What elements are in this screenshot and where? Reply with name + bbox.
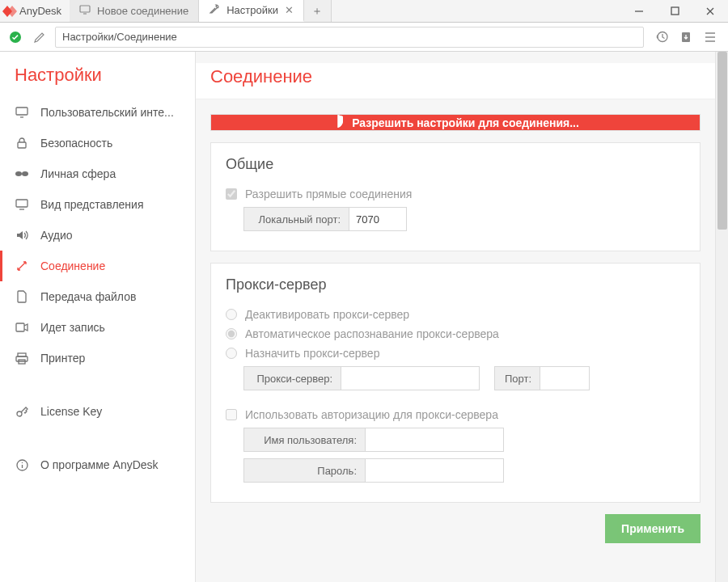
svg-rect-1	[671, 7, 679, 15]
card-proxy: Прокси-сервер Деактивировать прокси-серв…	[210, 263, 700, 503]
proxy-server-field: Прокси-сервер:	[243, 366, 480, 390]
audio-icon	[15, 230, 29, 241]
window-maximize-button[interactable]	[657, 0, 692, 22]
sidebar-item-privacy[interactable]: Личная сфера	[0, 158, 195, 189]
page-title: Соединение	[196, 63, 715, 99]
wrench-icon	[209, 3, 220, 17]
allow-settings-button[interactable]: Разрешить настройки для соединения...	[210, 114, 700, 131]
monitor-icon	[79, 5, 91, 17]
checkbox-label: Разрешить прямые соединения	[245, 188, 412, 200]
scrollbar[interactable]	[715, 52, 728, 582]
printer-icon	[15, 352, 29, 365]
close-icon[interactable]: ✕	[285, 4, 294, 16]
display-icon	[15, 199, 29, 210]
sidebar-item-printer[interactable]: Принтер	[0, 343, 195, 373]
proxy-pass-field: Пароль:	[243, 458, 504, 483]
svg-rect-6	[18, 142, 26, 148]
sidebar-item-connection[interactable]: Соединение	[0, 251, 195, 281]
proxy-port-field: Порт:	[494, 366, 590, 390]
svg-point-7	[15, 171, 22, 176]
proxy-port-label: Порт:	[495, 367, 540, 390]
local-port-label: Локальный порт:	[244, 208, 349, 230]
svg-rect-10	[16, 323, 24, 331]
file-icon	[15, 290, 29, 303]
sidebar-item-label: Вид представления	[40, 198, 143, 211]
sidebar-item-label: Аудио	[40, 229, 73, 242]
radio-label: Деактивировать прокси-сервер	[245, 308, 409, 321]
sidebar-item-recording[interactable]: Идет запись	[0, 312, 195, 343]
sidebar-item-security[interactable]: Безопасность	[0, 128, 195, 158]
card-general: Общие Разрешить прямые соединения Локаль…	[210, 142, 700, 251]
checkbox-proxy-auth[interactable]	[226, 409, 237, 420]
sidebar-item-label: О программе AnyDesk	[40, 458, 159, 471]
app-name: AnyDesk	[19, 0, 70, 22]
radio-label: Автоматическое распознавание прокси-серв…	[245, 327, 499, 340]
history-icon[interactable]	[650, 30, 673, 44]
sidebar-item-label: Идет запись	[40, 321, 105, 334]
svg-point-8	[22, 171, 28, 176]
address-bar[interactable]: Настройки/Соединение	[55, 27, 644, 48]
monitor-icon	[15, 107, 29, 118]
proxy-user-label: Имя пользователя:	[244, 428, 366, 451]
radio-proxy-manual[interactable]	[226, 348, 237, 359]
shield-icon	[332, 115, 344, 130]
key-icon	[15, 405, 29, 418]
local-port-field: Локальный порт:	[243, 207, 407, 231]
radio-proxy-disable[interactable]	[226, 309, 237, 320]
sidebar-item-label: Передача файлов	[40, 290, 136, 303]
checkbox-label: Использовать авторизацию для прокси-серв…	[245, 408, 498, 421]
svg-rect-9	[16, 200, 28, 207]
tab-settings[interactable]: Настройки ✕	[199, 0, 304, 22]
svg-rect-12	[16, 356, 28, 361]
svg-rect-5	[16, 108, 28, 115]
radio-proxy-auto[interactable]	[226, 328, 237, 340]
sidebar-item-about[interactable]: О программе AnyDesk	[0, 449, 195, 480]
proxy-pass-input[interactable]	[366, 459, 503, 482]
window-minimize-button[interactable]	[621, 0, 657, 22]
address-text: Настройки/Соединение	[62, 31, 177, 43]
connection-icon	[15, 259, 29, 272]
svg-rect-16	[332, 115, 338, 128]
proxy-user-field: Имя пользователя:	[243, 428, 504, 452]
proxy-server-label: Прокси-сервер:	[244, 367, 341, 390]
sidebar-item-label: Пользовательский инте...	[40, 106, 174, 119]
tab-label: Новое соединение	[97, 5, 188, 17]
anydesk-logo-icon	[0, 0, 19, 22]
card-heading: Общие	[226, 156, 685, 173]
sidebar-item-audio[interactable]: Аудио	[0, 220, 195, 251]
sidebar-item-file-transfer[interactable]: Передача файлов	[0, 281, 195, 312]
tab-label: Настройки	[226, 4, 278, 16]
scrollbar-thumb[interactable]	[717, 52, 727, 230]
glasses-icon	[15, 170, 29, 178]
sidebar-item-ui[interactable]: Пользовательский инте...	[0, 97, 195, 128]
checkbox-allow-direct[interactable]	[226, 188, 237, 200]
sidebar-item-label: Личная сфера	[40, 167, 116, 180]
radio-label: Назначить прокси-сервер	[245, 347, 379, 360]
tab-new-connection[interactable]: Новое соединение	[70, 0, 199, 22]
proxy-pass-label: Пароль:	[244, 459, 366, 482]
edit-icon[interactable]	[31, 31, 49, 44]
lock-icon	[15, 137, 29, 150]
proxy-port-input[interactable]	[540, 367, 589, 390]
settings-sidebar: Настройки Пользовательский инте... Безоп…	[0, 52, 196, 582]
new-tab-button[interactable]: ＋	[304, 0, 332, 22]
apply-button[interactable]: Применить	[605, 514, 700, 543]
sidebar-title: Настройки	[0, 63, 195, 97]
status-ok-icon	[6, 31, 24, 44]
sidebar-item-license[interactable]: License Key	[0, 396, 195, 427]
svg-rect-0	[80, 6, 90, 12]
allow-settings-label: Разрешить настройки для соединения...	[352, 116, 579, 129]
window-close-button[interactable]	[692, 0, 728, 22]
proxy-server-input[interactable]	[341, 367, 479, 390]
local-port-input[interactable]	[349, 208, 406, 230]
download-icon[interactable]	[675, 31, 697, 44]
content-area: Соединение Разрешить настройки для соеди…	[196, 52, 715, 582]
sidebar-item-label: License Key	[40, 405, 102, 418]
proxy-user-input[interactable]	[366, 428, 503, 451]
titlebar: AnyDesk Новое соединение Настройки ✕ ＋	[0, 0, 728, 23]
menu-icon[interactable]	[699, 32, 722, 43]
sidebar-item-display[interactable]: Вид представления	[0, 189, 195, 220]
info-icon	[15, 459, 29, 471]
toolbar: Настройки/Соединение	[0, 23, 728, 52]
record-icon	[15, 323, 29, 332]
